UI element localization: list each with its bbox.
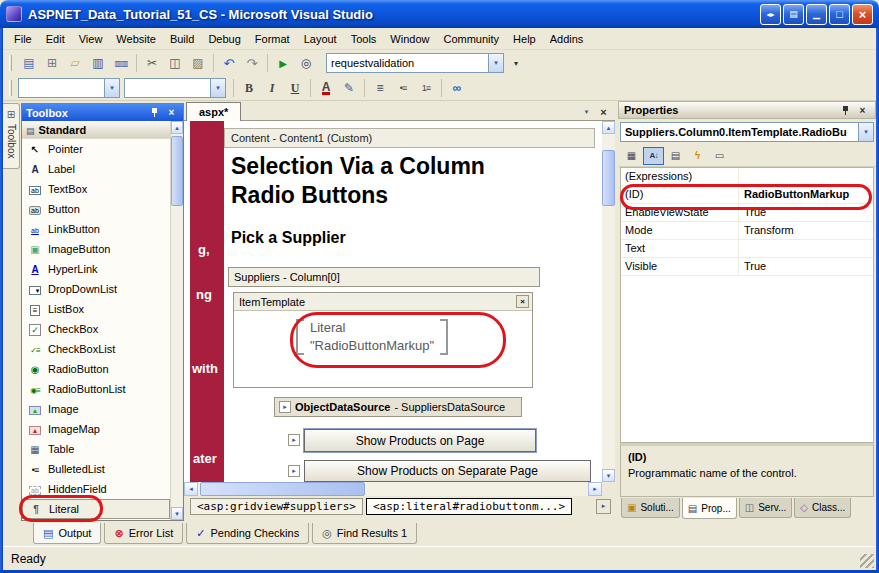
close-icon[interactable] [855,104,870,117]
combo-dropdown-icon[interactable] [104,79,119,97]
scrollbar-thumb[interactable] [602,150,615,206]
design-surface[interactable]: g, ng with ater Content - Content1 (Cust… [184,121,602,482]
maximize-icon[interactable] [829,4,850,25]
toolbox-item-hyperlink[interactable]: HyperLink [22,259,170,279]
pin-icon[interactable] [838,104,853,117]
smart-tag-glyph-icon[interactable] [288,465,300,477]
combo-dropdown-icon[interactable] [210,79,225,97]
scrollbar-thumb[interactable] [200,482,365,496]
toolbar-grip[interactable] [9,55,12,71]
design-horizontal-scrollbar[interactable] [184,482,602,496]
tab-server-explorer[interactable]: Serv... [739,498,793,518]
show-products-on-page-button[interactable]: Show Products on Page [304,429,536,452]
toolbox-item-bulletedlist[interactable]: BulletedList [22,459,170,479]
scrollbar-track[interactable] [602,134,615,469]
menu-tools[interactable]: Tools [344,30,384,48]
toolbox-item-table[interactable]: Table [22,439,170,459]
scroll-left-icon[interactable] [184,482,198,496]
tab-solution-explorer[interactable]: Soluti... [621,498,680,518]
bulleted-list-icon[interactable] [392,77,414,99]
toolbox-item-textbox[interactable]: TextBox [22,179,170,199]
numbered-list-icon[interactable] [415,77,437,99]
save-all-icon[interactable] [110,52,132,74]
property-row-id[interactable]: (ID) RadioButtonMarkup [621,186,873,204]
redo-icon[interactable] [241,52,263,74]
toolbox-item-imagebutton[interactable]: ImageButton [22,239,170,259]
toolbox-scrollbar[interactable] [170,121,183,520]
window-nav-icon[interactable] [760,4,781,25]
categorized-icon[interactable] [621,147,642,165]
search-combo[interactable]: requestvalidation [326,53,504,73]
menu-addins[interactable]: Addins [543,30,591,48]
menu-debug[interactable]: Debug [201,30,247,48]
bold-icon[interactable] [238,77,260,99]
toolbox-item-imagemap[interactable]: ImageMap [22,419,170,439]
document-tab-aspx[interactable]: aspx* [186,102,241,121]
paste-icon[interactable] [187,52,209,74]
toolbar-options-icon[interactable] [505,52,527,74]
menu-view[interactable]: View [72,30,110,48]
properties-header[interactable]: Properties [618,101,876,119]
menu-format[interactable]: Format [248,30,297,48]
object-selector-combo[interactable]: Suppliers.Column0.ItemTemplate.RadioBu [620,122,874,142]
minimize-icon[interactable] [806,4,827,25]
gridview-column-header[interactable]: Suppliers - Column[0] [228,267,540,287]
menu-window[interactable]: Window [383,30,436,48]
toolbox-item-listbox[interactable]: ListBox [22,299,170,319]
close-icon[interactable] [852,4,873,25]
scrollbar-track[interactable] [198,482,588,496]
property-row-mode[interactable]: Mode Transform [621,222,873,240]
copy-icon[interactable] [164,52,186,74]
start-debug-icon[interactable] [272,52,294,74]
toolbox-item-label[interactable]: Label [22,159,170,179]
toolbox-header[interactable]: Toolbox [22,104,183,121]
tab-pending-checkins[interactable]: Pending Checkins [186,523,309,544]
save-icon[interactable] [87,52,109,74]
property-row-enableviewstate[interactable]: EnableViewState True [621,204,873,222]
events-icon[interactable] [687,147,708,165]
cut-icon[interactable] [141,52,163,74]
tab-output[interactable]: Output [33,523,101,544]
tab-properties[interactable]: Prop... [682,498,737,519]
tag-literal-radiobuttonmarkup[interactable]: <asp:literal#radiobuttonm...> [366,498,572,515]
property-pages-icon[interactable] [709,147,730,165]
font-name-combo[interactable] [124,78,226,98]
properties-view-icon[interactable] [665,147,686,165]
property-row-text[interactable]: Text [621,240,873,258]
toolbox-item-radiobutton[interactable]: RadioButton [22,359,170,379]
menu-community[interactable]: Community [436,30,506,48]
toolbox-autohide-tab[interactable]: Toolbox [3,103,20,169]
toolbar-grip[interactable] [9,80,12,96]
property-row-expressions[interactable]: (Expressions) [621,168,873,186]
resize-grip[interactable] [860,554,874,568]
window-menu-icon[interactable] [783,4,804,25]
template-close-icon[interactable] [516,295,529,308]
objectdatasource-control[interactable]: ObjectDataSource - SuppliersDataSource [274,397,522,417]
scrollbar-thumb[interactable] [171,136,183,206]
close-icon[interactable] [164,106,179,119]
menu-layout[interactable]: Layout [297,30,344,48]
title-bar[interactable]: ASPNET_Data_Tutorial_51_CS - Microsoft V… [0,0,879,28]
tab-find-results-1[interactable]: Find Results 1 [312,523,417,544]
scroll-right-icon[interactable] [588,482,602,496]
underline-icon[interactable] [284,77,306,99]
add-item-icon[interactable] [41,52,63,74]
undo-icon[interactable] [218,52,240,74]
italic-icon[interactable] [261,77,283,99]
itemtemplate-editor[interactable]: ItemTemplate Literal "RadioButtonMarkup" [233,292,533,388]
tag-gridview-suppliers[interactable]: <asp:gridview#suppliers> [190,498,363,515]
scroll-up-icon[interactable] [171,121,183,134]
tab-class-view[interactable]: Class... [794,498,851,518]
close-document-icon[interactable] [596,104,611,119]
scroll-up-icon[interactable] [602,121,615,134]
hyperlink-icon[interactable] [446,77,468,99]
literal-control[interactable]: Literal "RadioButtonMarkup" [296,319,448,355]
tag-overflow-icon[interactable] [596,499,611,514]
menu-help[interactable]: Help [506,30,543,48]
toolbox-item-button[interactable]: Button [22,199,170,219]
toolbox-item-linkbutton[interactable]: LinkButton [22,219,170,239]
toolbox-item-hiddenfield[interactable]: HiddenField [22,479,170,499]
find-icon[interactable] [295,52,317,74]
scrollbar-track[interactable] [171,134,183,507]
combo-dropdown-icon[interactable] [858,123,873,141]
